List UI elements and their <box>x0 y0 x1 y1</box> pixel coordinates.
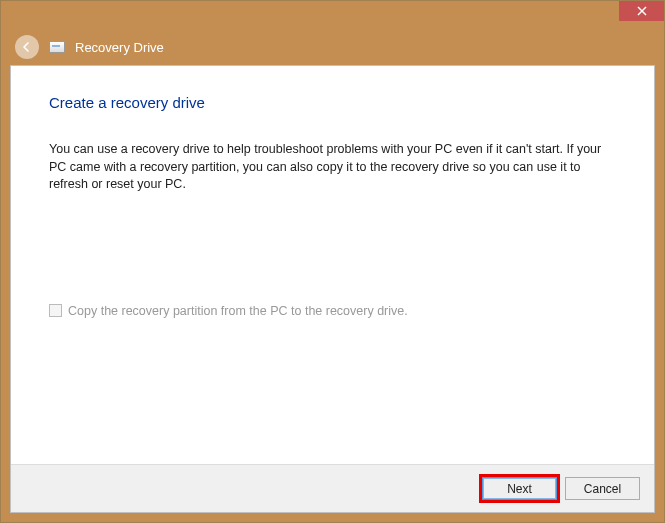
recovery-drive-icon <box>49 41 65 53</box>
back-button[interactable] <box>15 35 39 59</box>
back-arrow-icon <box>20 40 34 54</box>
copy-partition-label: Copy the recovery partition from the PC … <box>68 304 408 318</box>
content-panel: Create a recovery drive You can use a re… <box>10 65 655 513</box>
recovery-drive-window: Recovery Drive Create a recovery drive Y… <box>0 0 665 523</box>
cancel-button[interactable]: Cancel <box>565 477 640 500</box>
wizard-footer: Next Cancel <box>11 464 654 512</box>
titlebar <box>1 1 664 29</box>
window-title: Recovery Drive <box>75 40 164 55</box>
close-icon <box>637 6 647 16</box>
page-description: You can use a recovery drive to help tro… <box>49 141 616 194</box>
wizard-header: Recovery Drive <box>1 29 664 65</box>
next-button[interactable]: Next <box>482 477 557 500</box>
copy-partition-checkbox <box>49 304 62 317</box>
page-heading: Create a recovery drive <box>49 94 616 111</box>
content-wrap: Create a recovery drive You can use a re… <box>1 65 664 522</box>
content-body: Create a recovery drive You can use a re… <box>11 66 654 464</box>
close-button[interactable] <box>619 1 664 21</box>
copy-partition-row: Copy the recovery partition from the PC … <box>49 304 616 318</box>
